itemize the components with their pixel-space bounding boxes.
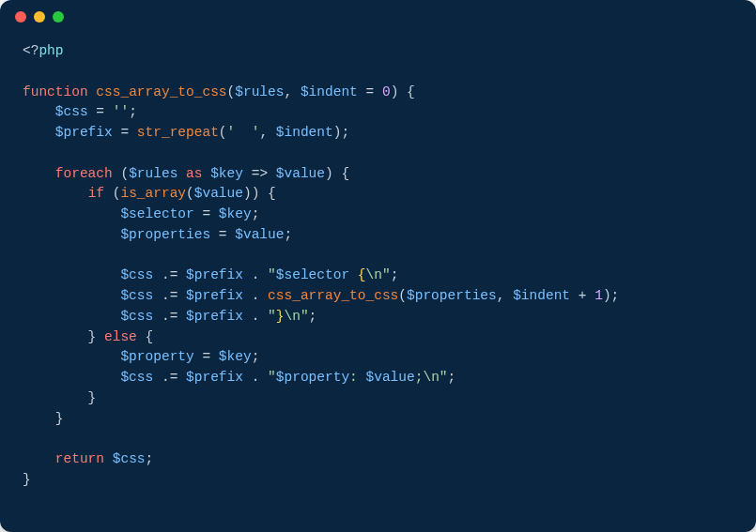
code-token: .= [153,309,186,324]
code-token [202,166,210,181]
code-line: function css_array_to_css($rules, $inden… [23,83,733,103]
code-token: } [23,390,96,405]
code-token: = [210,227,235,242]
code-token: $value [235,227,284,242]
code-token: return [55,451,104,466]
code-token [23,166,55,181]
code-token: \n" [366,267,391,282]
code-token [23,267,120,282]
code-token: $key [219,349,252,364]
code-token: = [194,349,219,364]
code-token: $value [276,166,325,181]
code-line: $property = $key; [23,347,733,368]
code-token: is_array [120,186,186,201]
code-token: " [268,370,276,385]
code-token: $css [120,288,153,303]
code-token: + [570,288,594,303]
code-token: { [137,329,153,344]
code-token [23,451,55,466]
code-token: ; [448,370,456,385]
code-token: )) { [243,186,276,201]
code-token: ) { [391,84,415,99]
code-token [349,267,358,282]
code-line: $css = ''; [23,102,733,123]
code-line: } [23,470,733,491]
code-token: ); [603,288,619,303]
code-token: $properties [120,227,210,242]
code-token: } [23,329,104,344]
code-token: ; [391,267,399,282]
code-token: ; [252,206,260,221]
code-token: str_repeat [137,125,219,140]
code-token: ; [309,309,317,324]
code-token: $value [194,186,243,201]
code-token [177,166,186,181]
code-token: 0 [382,84,391,99]
code-token: if [88,186,104,201]
code-line: $selector = $key; [23,205,733,225]
code-token: , [284,84,300,99]
code-token [23,227,120,242]
code-token [23,288,120,303]
code-token: ; [146,451,154,466]
code-token: = [113,125,137,140]
code-line [23,246,733,266]
code-line: } else { [23,327,733,348]
code-token: ;\n" [415,370,448,385]
minimize-icon[interactable] [34,11,45,23]
code-token: .= [153,288,186,303]
code-token: ( [219,125,227,140]
code-token: : [349,370,365,385]
code-line [23,62,733,83]
code-token: ( [186,186,194,201]
code-token: . [243,309,268,324]
code-line [23,144,733,164]
code-line: $prefix = str_repeat(' ', $indent); [23,123,733,144]
code-token: " [268,309,276,324]
code-token: } [23,472,31,487]
code-line: } [23,388,733,409]
code-token: ); [333,125,349,140]
code-token: php [39,43,63,58]
code-token: $indent [301,84,358,99]
code-token: $property [276,370,349,385]
code-token: $value [366,370,415,385]
code-line [23,429,733,449]
code-token: as [186,166,202,181]
code-token: $rules [235,84,284,99]
code-token: $prefix [186,370,243,385]
code-token [23,349,120,364]
code-token: , [497,288,513,303]
code-token: $css [55,104,88,119]
code-token: ; [129,104,137,119]
code-token: foreach [55,166,113,181]
code-token [104,451,113,466]
code-token: $indent [276,125,333,140]
code-token: $key [210,166,243,181]
code-token: = [194,206,219,221]
code-line: return $css; [23,449,733,470]
code-token: . [243,370,268,385]
code-token: 1 [594,288,603,303]
code-token: function [23,84,88,99]
code-token: $key [219,206,252,221]
code-token: , [259,125,275,140]
code-content: <?php function css_array_to_css($rules, … [0,34,756,513]
code-token: ' ' [227,125,260,140]
code-line: $css .= $prefix . css_array_to_css($prop… [23,286,733,307]
code-token [23,206,120,221]
code-line: $properties = $value; [23,225,733,246]
code-token: $prefix [186,309,243,324]
close-icon[interactable] [15,11,26,23]
code-token: $prefix [186,267,243,282]
zoom-icon[interactable] [53,11,64,23]
code-token: . [243,288,268,303]
code-token [23,104,55,119]
code-token: .= [153,267,186,282]
code-line: $css .= $prefix . "}\n"; [23,307,733,327]
code-token: .= [153,370,186,385]
code-token: ( [104,186,120,201]
code-token: \n" [284,309,308,324]
window-titlebar [0,0,756,34]
code-line: $css .= $prefix . "$selector {\n"; [23,266,733,286]
